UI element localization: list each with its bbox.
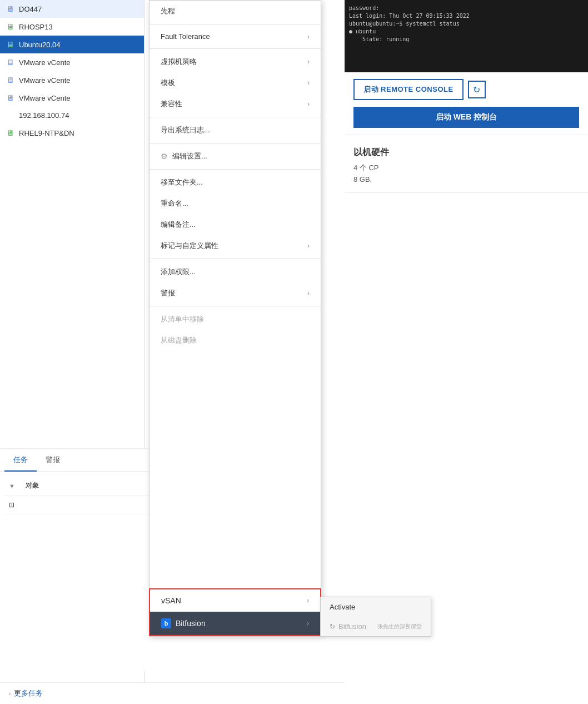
sidebar-item-label: DO447 bbox=[19, 5, 42, 13]
sidebar-item-vcenter2[interactable]: 🖥 VMware vCente bbox=[0, 71, 144, 89]
menu-item-label: 移至文件夹... bbox=[161, 177, 203, 187]
sidebar-item-do447[interactable]: 🖥 DO447 bbox=[0, 0, 144, 18]
menu-item-vsan[interactable]: vSAN › bbox=[150, 589, 320, 612]
more-tasks-row[interactable]: › 更多任务 bbox=[0, 682, 345, 704]
terminal-output: password: Last login: Thu Oct 27 09:15:3… bbox=[345, 0, 588, 48]
row-icon: ⊡ bbox=[9, 501, 26, 509]
settings-icon: ⚙ bbox=[161, 152, 168, 161]
submenu-arrow-icon: › bbox=[307, 242, 310, 250]
menu-item-rename[interactable]: 重命名... bbox=[150, 193, 321, 214]
vm-icon: 🖥 bbox=[7, 58, 14, 67]
menu-item-remove-inventory[interactable]: 从清单中移除 bbox=[150, 309, 321, 330]
sidebar-ip-label: 192.168.100.74 bbox=[19, 111, 69, 120]
menu-divider bbox=[150, 143, 321, 143]
menu-item-compatibility[interactable]: 兼容性 › bbox=[150, 93, 321, 115]
menu-item-fault-tolerance[interactable]: Fault Tolerance › bbox=[150, 27, 321, 46]
menu-item-tags[interactable]: 标记与自定义属性 › bbox=[150, 235, 321, 256]
launch-remote-console-button[interactable]: 启动 REMOTE CONSOLE bbox=[353, 79, 464, 100]
menu-item-label: 编辑备注... bbox=[161, 220, 196, 230]
sidebar-item-label: RHEL9-NTP&DN bbox=[19, 129, 74, 137]
menu-item-label: 编辑设置... bbox=[172, 151, 207, 161]
submenu-arrow-icon: › bbox=[307, 79, 310, 87]
refresh-button[interactable]: ↻ bbox=[468, 81, 486, 98]
submenu-item-bitfusion[interactable]: ↻ Bitfusion 张先生的深夜课堂 bbox=[321, 617, 431, 636]
menu-divider bbox=[150, 169, 321, 170]
submenu-arrow-icon: › bbox=[307, 289, 310, 297]
menu-item-add-permission[interactable]: 添加权限... bbox=[150, 261, 321, 282]
task-icon: ⊡ bbox=[9, 501, 14, 509]
hardware-title: 以机硬件 bbox=[353, 147, 579, 158]
col-object-label: 对象 bbox=[26, 482, 39, 489]
menu-item-label: 导出系统日志... bbox=[161, 125, 210, 135]
expand-icon: › bbox=[9, 691, 11, 697]
sidebar-item-label: Ubuntu20.04 bbox=[19, 41, 60, 49]
launch-web-console-button[interactable]: 启动 WEB 控制台 bbox=[353, 107, 579, 128]
menu-item-label: 虚拟机策略 bbox=[161, 57, 197, 67]
vm-icon-running: 🖥 bbox=[7, 22, 14, 31]
submenu-item-label: Activate bbox=[330, 603, 355, 611]
menu-item-label: 添加权限... bbox=[161, 267, 196, 277]
menu-item-label: Bitfusion bbox=[176, 619, 206, 628]
menu-item-first[interactable]: 先程 bbox=[150, 1, 321, 22]
menu-item-label: 先程 bbox=[161, 6, 175, 16]
sidebar-item-label: VMware vCente bbox=[19, 58, 70, 67]
menu-item-edit-settings[interactable]: ⚙ 编辑设置... bbox=[150, 146, 321, 167]
vm-icon: 🖥 bbox=[7, 76, 14, 85]
menu-item-edit-notes[interactable]: 编辑备注... bbox=[150, 214, 321, 235]
vm-icon-running: 🖥 bbox=[7, 128, 14, 137]
menu-item-label: 从磁盘删除 bbox=[161, 335, 197, 345]
menu-item-label: 模板 bbox=[161, 78, 175, 88]
more-tasks-label: 更多任务 bbox=[14, 688, 43, 698]
menu-divider bbox=[150, 24, 321, 24]
context-menu: 先程 Fault Tolerance › 虚拟机策略 › 模板 › 兼容性 › … bbox=[149, 0, 321, 637]
submenu-item-activate[interactable]: Activate bbox=[321, 597, 431, 617]
submenu-arrow-icon: › bbox=[307, 100, 310, 108]
submenu-arrow-icon: › bbox=[307, 619, 309, 627]
filter-icon: ▼ bbox=[9, 483, 15, 489]
menu-item-label: 从清单中移除 bbox=[161, 314, 204, 324]
console-button-area: 启动 REMOTE CONSOLE ↻ 启动 WEB 控制台 bbox=[345, 72, 588, 135]
vm-icon: 🖥 bbox=[7, 93, 14, 102]
menu-item-move-folder[interactable]: 移至文件夹... bbox=[150, 172, 321, 193]
sidebar-item-vcenter3[interactable]: 🖥 VMware vCente bbox=[0, 89, 144, 107]
col-filter: ▼ bbox=[9, 481, 26, 490]
sidebar-item-rhosp13[interactable]: 🖥 RHOSP13 bbox=[0, 18, 144, 36]
tab-tasks[interactable]: 任务 bbox=[4, 449, 37, 472]
menu-divider bbox=[150, 306, 321, 306]
sidebar-item-vcenter1[interactable]: 🖥 VMware vCente bbox=[0, 53, 144, 71]
menu-item-bitfusion[interactable]: b Bitfusion › bbox=[150, 612, 320, 635]
menu-divider bbox=[150, 259, 321, 259]
menu-item-template[interactable]: 模板 › bbox=[150, 72, 321, 93]
menu-item-delete-disk[interactable]: 从磁盘删除 bbox=[150, 330, 321, 351]
menu-divider bbox=[150, 117, 321, 117]
refresh-icon: ↻ bbox=[330, 623, 335, 631]
sidebar-item-label: VMware vCente bbox=[19, 76, 70, 85]
bitfusion-icon: b bbox=[161, 618, 171, 628]
sidebar-item-label: VMware vCente bbox=[19, 94, 70, 102]
menu-item-label: 重命名... bbox=[161, 199, 188, 209]
menu-item-label: vSAN bbox=[161, 596, 181, 605]
sidebar-item-label: RHOSP13 bbox=[19, 23, 53, 31]
cpu-info: 4 个 CP bbox=[353, 163, 579, 173]
submenu: Activate ↻ Bitfusion 张先生的深夜课堂 bbox=[320, 597, 431, 637]
sidebar-item-ubuntu[interactable]: 🖥 Ubuntu20.04 bbox=[0, 36, 144, 53]
menu-item-vm-policy[interactable]: 虚拟机策略 › bbox=[150, 51, 321, 72]
menu-item-label: 警报 bbox=[161, 288, 175, 298]
menu-item-alerts[interactable]: 警报 › bbox=[150, 282, 321, 304]
submenu-watermark: 张先生的深夜课堂 bbox=[377, 623, 422, 631]
menu-item-label: 兼容性 bbox=[161, 99, 182, 109]
vm-icon-selected: 🖥 bbox=[7, 40, 14, 49]
memory-info: 8 GB, bbox=[353, 175, 579, 184]
menu-item-export-logs[interactable]: 导出系统日志... bbox=[150, 120, 321, 141]
vm-icon: 🖥 bbox=[7, 4, 14, 13]
tab-alerts[interactable]: 警报 bbox=[37, 449, 69, 472]
sidebar-item-ip[interactable]: 192.168.100.74 bbox=[0, 107, 144, 124]
submenu-arrow-icon: › bbox=[307, 58, 310, 66]
menu-divider bbox=[150, 48, 321, 49]
menu-item-label: 标记与自定义属性 bbox=[161, 241, 218, 251]
refresh-icon: ↻ bbox=[473, 85, 480, 95]
menu-item-label: Fault Tolerance bbox=[161, 32, 210, 41]
submenu-arrow-icon: › bbox=[307, 597, 309, 604]
terminal-area: password: Last login: Thu Oct 27 09:15:3… bbox=[345, 0, 588, 72]
sidebar-item-rhel9[interactable]: 🖥 RHEL9-NTP&DN bbox=[0, 124, 144, 142]
